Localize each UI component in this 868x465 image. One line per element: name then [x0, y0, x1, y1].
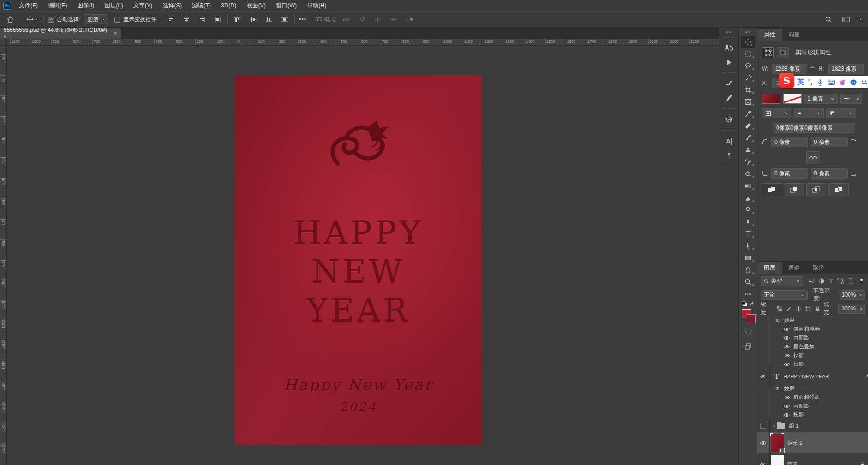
history-panel-icon[interactable] — [719, 42, 739, 55]
pathfinder-union-button[interactable] — [762, 183, 782, 196]
tab-channels[interactable]: 通道 — [782, 262, 806, 274]
filter-toggle-switch[interactable] — [858, 278, 865, 284]
move-tool[interactable] — [741, 36, 755, 48]
distribute-h-icon[interactable] — [212, 14, 223, 25]
3d-orbit-icon[interactable] — [341, 14, 352, 25]
filter-adjustment-layers-icon[interactable] — [818, 278, 825, 284]
sogou-logo[interactable]: S — [779, 73, 794, 88]
quick-mask-icon[interactable] — [739, 327, 757, 339]
clone-stamp-tool[interactable] — [739, 144, 757, 156]
layer-effect-item[interactable]: 内阴影 — [757, 334, 868, 342]
width-field[interactable]: 1268 像素 — [772, 64, 808, 74]
align-bottom-icon[interactable] — [263, 14, 275, 25]
ime-microphone-icon[interactable] — [817, 79, 824, 86]
layer-visibility-toggle[interactable] — [783, 336, 790, 340]
menu-item-8[interactable]: 视图(V) — [241, 0, 271, 11]
pathfinder-exclude-button[interactable] — [828, 183, 849, 196]
hand-tool[interactable] — [739, 264, 757, 276]
tab-layers[interactable]: 图层 — [757, 262, 782, 274]
tab-adjustments[interactable]: 调整 — [782, 29, 806, 41]
auto-select-checkbox[interactable]: ✓ — [48, 17, 54, 23]
stroke-cap-dropdown[interactable] — [794, 108, 824, 118]
layer-effect-item[interactable]: 颜色叠加 — [757, 342, 868, 351]
eraser-tool[interactable] — [739, 168, 757, 180]
fill-field[interactable]: 100% — [838, 304, 865, 314]
lasso-tool[interactable] — [739, 60, 757, 72]
pen-tool[interactable] — [739, 216, 757, 228]
layer-visibility-toggle[interactable] — [783, 413, 790, 417]
layer-visibility-toggle[interactable] — [783, 327, 790, 331]
auto-select-target-dropdown[interactable]: 图层 — [84, 14, 108, 24]
layer-effect-item[interactable]: 斜面和浮雕 — [757, 393, 868, 402]
menu-item-2[interactable]: 图像(I) — [72, 0, 100, 11]
lock-transparency-icon[interactable] — [776, 305, 783, 312]
home-icon[interactable] — [5, 14, 16, 25]
mask-properties-icon[interactable] — [777, 47, 789, 58]
link-corner-radii-button[interactable] — [806, 151, 820, 164]
history-brush-tool[interactable] — [739, 156, 757, 168]
3d-roll-icon[interactable] — [357, 14, 368, 25]
close-tab-icon[interactable]: × — [114, 30, 117, 36]
fill-color-swatch[interactable] — [762, 94, 780, 104]
stroke-color-swatch[interactable] — [783, 94, 802, 104]
menu-item-1[interactable]: 编辑(E) — [43, 0, 72, 11]
marquee-tool[interactable] — [739, 48, 757, 60]
link-dimensions-icon[interactable] — [810, 66, 815, 72]
layer-effect-item[interactable]: 斜面和浮雕 — [757, 325, 868, 334]
collapse-dock-icon[interactable]: «« — [719, 28, 738, 36]
menu-item-6[interactable]: 滤镜(T) — [187, 0, 216, 11]
align-middle-icon[interactable] — [248, 14, 259, 25]
layer-row-shape[interactable]: 矩形 2 — [757, 432, 868, 453]
layer-effect-item[interactable]: 投影 — [757, 360, 868, 369]
menu-item-0[interactable]: 文件(F) — [14, 0, 43, 11]
layer-row-text[interactable]: THAPPY NEW YEARfx — [757, 369, 868, 384]
smudge-tool[interactable] — [739, 192, 757, 204]
more-options-icon[interactable]: ••• — [299, 16, 306, 23]
filter-pixel-layers-icon[interactable] — [808, 278, 814, 284]
menu-item-3[interactable]: 图层(L) — [99, 0, 128, 11]
search-icon[interactable] — [823, 14, 834, 25]
panel-grip[interactable] — [723, 108, 735, 112]
3d-pan-icon[interactable] — [372, 14, 383, 25]
shape-properties-icon[interactable] — [762, 47, 774, 58]
layer-visibility-toggle[interactable] — [774, 318, 781, 322]
brushes-panel-icon[interactable] — [719, 91, 739, 105]
pathfinder-intersect-button[interactable] — [806, 183, 826, 196]
3d-camera-icon[interactable] — [404, 14, 415, 25]
layer-effects-row[interactable]: 效果 — [757, 384, 868, 393]
corner-radius-br-field[interactable]: 0 像素 — [811, 168, 848, 179]
expand-group-icon[interactable]: › — [773, 423, 775, 429]
layer-thumbnail[interactable] — [771, 455, 784, 465]
gradient-tool[interactable] — [739, 180, 757, 192]
show-transform-checkbox[interactable] — [114, 17, 120, 23]
panel-grip[interactable] — [723, 130, 735, 133]
layer-visibility-toggle[interactable] — [783, 362, 790, 366]
layer-visibility-toggle[interactable] — [783, 353, 790, 358]
more-tool[interactable]: ••• — [739, 288, 757, 300]
background-color-swatch[interactable] — [747, 314, 756, 323]
healing-tool[interactable] — [739, 120, 757, 132]
canvas-pasteboard[interactable]: HAPPY NEW YEAR Happy New Year 2024 — [7, 46, 719, 465]
magic-wand-tool[interactable] — [739, 72, 757, 84]
3d-slide-icon[interactable] — [388, 14, 399, 25]
corner-radius-bl-field[interactable]: 0 像素 — [771, 168, 808, 179]
filter-smart-objects-icon[interactable] — [848, 278, 854, 284]
document-canvas[interactable]: HAPPY NEW YEAR Happy New Year 2024 — [235, 75, 482, 445]
layer-visibility-toggle[interactable] — [760, 441, 767, 445]
menu-item-7[interactable]: 3D(D) — [216, 0, 241, 11]
brush-settings-panel-icon[interactable] — [719, 77, 739, 91]
layer-row-background[interactable]: 背景 — [757, 453, 868, 465]
ime-language-toggle[interactable]: 英 — [797, 78, 804, 86]
eyedropper-tool[interactable] — [739, 108, 757, 120]
menu-item-5[interactable]: 选择(S) — [157, 0, 187, 11]
stroke-corner-dropdown[interactable] — [826, 108, 856, 118]
align-left-icon[interactable] — [165, 14, 176, 25]
actions-panel-icon[interactable] — [719, 55, 739, 69]
panel-grip[interactable] — [723, 72, 735, 76]
ime-more-icon[interactable] — [861, 79, 868, 86]
align-top-icon[interactable] — [232, 14, 243, 25]
workspace-switcher-icon[interactable] — [840, 14, 851, 25]
layer-visibility-toggle[interactable] — [774, 387, 781, 391]
crop-tool[interactable] — [739, 84, 757, 96]
stroke-style-dropdown[interactable] — [840, 94, 862, 104]
